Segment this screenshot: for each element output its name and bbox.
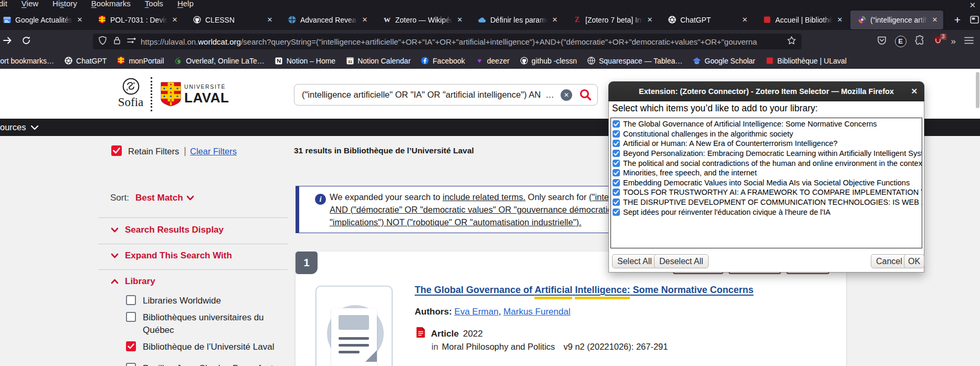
tab-close-icon[interactable]: ✕: [741, 16, 749, 24]
retain-filters-checkbox[interactable]: [111, 145, 122, 156]
tab-close-icon[interactable]: ✕: [931, 16, 939, 24]
ublock-icon[interactable]: 3: [933, 36, 943, 47]
menu-edit[interactable]: Edit: [0, 0, 11, 9]
tracking-shield-icon[interactable]: [98, 36, 107, 47]
dialog-list-item[interactable]: The political and social contradictions …: [611, 158, 922, 168]
permissions-icon[interactable]: [127, 37, 136, 46]
sofia-logo[interactable]: Sofia: [118, 78, 144, 109]
exact-search-link[interactable]: AND ("démocratie" OR "democratic values"…: [330, 205, 640, 214]
dialog-list-item[interactable]: Sept idées pour réinventer l'éducation c…: [611, 207, 922, 217]
bookmark-item[interactable]: 31Notion Calendar: [346, 57, 410, 65]
dialog-checkbox-checked[interactable]: [613, 198, 620, 206]
bookmark-item[interactable]: monPortail: [117, 57, 164, 65]
tab-10[interactable]: ("intelligence artifi✕: [850, 11, 943, 29]
pocket-icon[interactable]: [877, 36, 887, 47]
tab-2[interactable]: POL-7031 : Devis d✕: [90, 11, 183, 29]
hamburger-menu-icon[interactable]: [964, 37, 974, 46]
cancel-button[interactable]: Cancel: [871, 254, 908, 268]
author-link[interactable]: Markus Furendal: [503, 307, 571, 317]
tab-close-icon[interactable]: ✕: [646, 16, 654, 24]
result-title-link[interactable]: The Global Governance of Artificial Inte…: [415, 285, 754, 296]
new-tab-button[interactable]: +: [952, 14, 963, 26]
url-bar[interactable]: https://ulaval.on.worldcat.org/search?qu…: [93, 34, 802, 49]
tab-overview-button[interactable]: [968, 16, 980, 24]
bookmark-item[interactable]: ♥deezer: [476, 57, 510, 65]
dialog-list-item[interactable]: The Global Governance of Artificial Inte…: [611, 119, 922, 129]
dialog-titlebar[interactable]: Extension: (Zotero Connector) - Zotero I…: [608, 81, 924, 101]
dialog-checkbox-checked[interactable]: [613, 130, 620, 138]
deselect-all-button[interactable]: Deselect All: [654, 254, 709, 268]
sidebar-section-expand-this-search-with[interactable]: Expand This Search With: [111, 250, 232, 261]
window-close-icon[interactable]: ✕: [969, 1, 976, 9]
dialog-list-item[interactable]: THE DISRUPTIVE DEVELOPMENT OF COMMUNICAT…: [611, 197, 922, 207]
dialog-list-item[interactable]: Embedding Democratic Values into Social …: [611, 178, 922, 188]
tab-9[interactable]: Accueil | Bibliothèq✕: [755, 11, 848, 29]
tab-7[interactable]: Z[Zotero 7 beta] Inv✕: [565, 11, 658, 29]
dialog-list-item[interactable]: Constitutional challenges in the algorit…: [611, 129, 922, 139]
bookmark-item[interactable]: Import bookmarks…: [0, 57, 54, 65]
search-clear-icon[interactable]: ✕: [561, 89, 572, 101]
bookmark-item[interactable]: Notion – Home: [275, 57, 335, 65]
bookmark-item[interactable]: github -clessn: [520, 57, 577, 65]
extensions-puzzle-icon[interactable]: [915, 35, 925, 47]
dialog-checkbox-checked[interactable]: [613, 150, 620, 157]
dialog-list-item[interactable]: Beyond Personalization: Embracing Democr…: [611, 149, 922, 159]
search-input[interactable]: [294, 90, 561, 100]
author-link[interactable]: Eva Erman: [455, 307, 499, 317]
forward-icon[interactable]: [2, 35, 13, 48]
tab-close-icon[interactable]: ✕: [836, 16, 844, 24]
menu-history[interactable]: History: [49, 0, 81, 9]
tab-close-icon[interactable]: ✕: [456, 16, 464, 24]
dialog-checkbox-checked[interactable]: [613, 208, 620, 216]
clear-filters-link[interactable]: Clear Filters: [190, 147, 237, 156]
select-all-button[interactable]: Select All: [612, 254, 657, 268]
dialog-checkbox-checked[interactable]: [613, 160, 620, 167]
universite-laval-logo[interactable]: UNIVERSITÉ LAVAL: [160, 81, 229, 109]
overflow-chevrons-icon[interactable]: »: [951, 36, 956, 47]
bookmark-item[interactable]: Facebook: [421, 57, 465, 65]
bookmark-item[interactable]: Bibliothèque | ULaval: [766, 57, 847, 65]
tab-close-icon[interactable]: ✕: [266, 16, 274, 24]
tab-4[interactable]: Advanced Reveal –✕: [280, 11, 373, 29]
extension-e-icon[interactable]: E: [895, 36, 907, 47]
sidebar-section-search-results-display[interactable]: Search Results Display: [111, 225, 224, 235]
tab-8[interactable]: ChatGPT✕: [660, 11, 753, 29]
sort-control[interactable]: Sort: Best Match: [110, 193, 194, 203]
menu-view[interactable]: View: [18, 0, 42, 9]
search-submit-icon[interactable]: [579, 88, 592, 101]
include-related-terms-link[interactable]: include related terms.: [442, 192, 525, 202]
checkbox-unchecked[interactable]: [126, 312, 136, 322]
tab-5[interactable]: WZotero — Wikipédi✕: [375, 11, 468, 29]
dialog-list-item[interactable]: TOOLS FOR TRUSTWORTHY AI: A FRAMEWORK TO…: [611, 187, 922, 197]
lock-icon[interactable]: [113, 36, 121, 47]
dialog-checkbox-checked[interactable]: [613, 169, 620, 176]
tab-6[interactable]: Définir les paramèt✕: [470, 11, 563, 29]
ok-button[interactable]: OK: [904, 254, 924, 268]
tab-3[interactable]: CLESSN✕: [185, 11, 278, 29]
bookmark-item[interactable]: Google Scholar: [693, 57, 755, 65]
bookmark-item[interactable]: Overleaf, Online LaTe…: [174, 57, 264, 65]
sidebar-section-library[interactable]: Library: [111, 276, 155, 287]
checkbox-checked[interactable]: [126, 341, 136, 351]
page-scrollbar-thumb[interactable]: [976, 72, 979, 108]
reload-icon[interactable]: [22, 36, 31, 47]
menu-help[interactable]: Help: [174, 0, 197, 9]
tab-close-icon[interactable]: ✕: [551, 16, 559, 24]
tab-close-icon[interactable]: ✕: [76, 16, 84, 24]
tab-close-icon[interactable]: ✕: [361, 16, 369, 24]
result-thumbnail[interactable]: [315, 286, 393, 366]
checkbox-unchecked[interactable]: [126, 295, 136, 305]
bookmark-item[interactable]: ChatGPT: [65, 57, 107, 65]
bookmark-star-icon[interactable]: [787, 36, 796, 47]
bookmark-item[interactable]: Squarespace — Tablea…: [587, 57, 682, 65]
dialog-list-item[interactable]: Minorities, free speech, and the interne…: [611, 168, 922, 178]
dialog-checkbox-checked[interactable]: [613, 189, 620, 196]
dialog-list-item[interactable]: Artificial or Human: A New Era of Counte…: [611, 139, 922, 149]
tab-close-icon[interactable]: ✕: [171, 16, 179, 24]
exact-search-link[interactable]: "implications") NOT ("robotique" OR "aut…: [330, 217, 582, 227]
dialog-checkbox-checked[interactable]: [613, 179, 620, 186]
checkbox-unchecked[interactable]: [126, 363, 136, 366]
sort-value[interactable]: Best Match: [135, 193, 183, 203]
tab-1[interactable]: Google Actualités -✕: [0, 11, 88, 29]
menu-tools[interactable]: Tools: [141, 0, 167, 9]
